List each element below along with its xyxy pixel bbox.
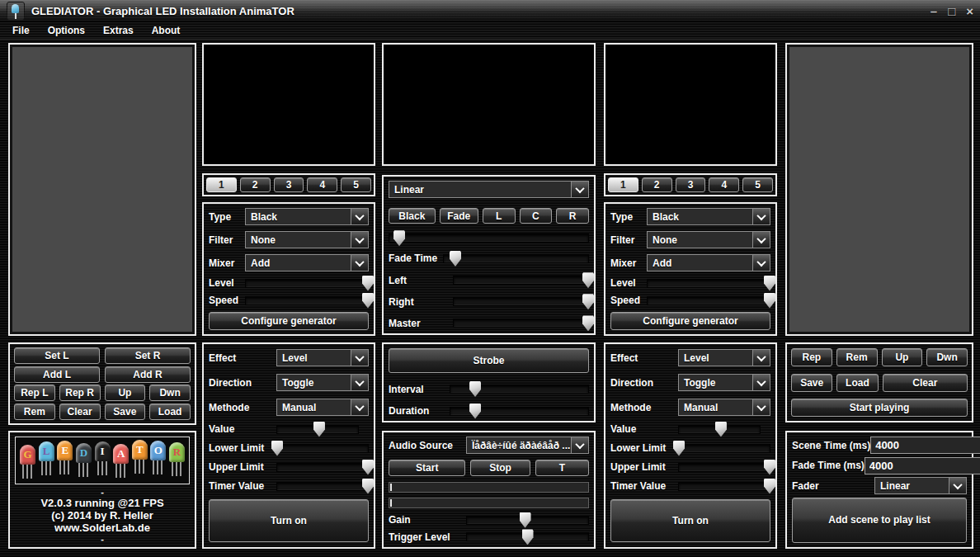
left-methode-dropdown[interactable]: Manual [276, 399, 369, 416]
clear-button[interactable]: Clear [59, 404, 101, 420]
right-type-dropdown[interactable]: Black [647, 208, 770, 225]
right-master-slider[interactable] [453, 297, 589, 306]
menu-extras[interactable]: Extras [94, 23, 143, 38]
strobe-button[interactable]: Strobe [389, 348, 589, 373]
right-tab-4[interactable]: 4 [709, 177, 739, 192]
slider-thumb[interactable] [362, 293, 374, 309]
right-mixer-dropdown[interactable]: Add [647, 254, 770, 271]
right-timer-value-slider[interactable] [678, 482, 770, 491]
left-effect-dropdown[interactable]: Level [276, 349, 369, 366]
playlist-rep-button[interactable]: Rep [791, 348, 832, 366]
playlist-up-button[interactable]: Up [882, 348, 923, 366]
slider-thumb[interactable] [522, 529, 534, 545]
left-upper-limit-slider[interactable] [276, 463, 369, 472]
duration-slider[interactable] [450, 407, 589, 416]
slider-thumb[interactable] [469, 381, 481, 397]
right-level-slider[interactable] [647, 279, 770, 288]
add-scene-button[interactable]: Add scene to play list [792, 498, 967, 543]
slider-thumb[interactable] [764, 479, 775, 494]
chevron-down-icon[interactable] [752, 232, 770, 248]
right-configure-generator-button[interactable]: Configure generator [610, 312, 770, 330]
slider-thumb[interactable] [362, 460, 374, 475]
left-mixer-dropdown[interactable]: Add [245, 254, 369, 271]
playlist-rem-button[interactable]: Rem [836, 348, 878, 366]
fade-button[interactable]: Fade [440, 208, 478, 224]
left-timer-value-slider[interactable] [276, 482, 369, 491]
right-methode-dropdown[interactable]: Manual [678, 399, 770, 416]
left-type-dropdown[interactable]: Black [245, 208, 369, 225]
rep-r-button[interactable]: Rep R [59, 385, 101, 401]
fader-curve-dropdown[interactable]: Linear [389, 181, 589, 198]
maximize-icon[interactable]: □ [948, 5, 955, 17]
right-value-slider[interactable] [678, 425, 761, 434]
left-tab-3[interactable]: 3 [274, 177, 304, 192]
slider-thumb[interactable] [582, 315, 594, 331]
fader-dropdown[interactable]: Linear [874, 477, 967, 494]
master-slider[interactable] [453, 319, 589, 328]
right-tab-1[interactable]: 1 [608, 177, 638, 192]
slider-thumb[interactable] [520, 512, 531, 528]
slider-thumb[interactable] [764, 293, 775, 309]
save-button[interactable]: Save [105, 404, 146, 420]
minimize-icon[interactable]: – [931, 5, 937, 17]
right-tab-2[interactable]: 2 [642, 177, 672, 192]
chevron-down-icon[interactable] [571, 437, 588, 453]
slider-thumb[interactable] [362, 479, 374, 494]
right-lower-limit-slider[interactable] [678, 444, 770, 453]
scene-time-input[interactable] [870, 437, 980, 454]
left-value-slider[interactable] [276, 425, 359, 434]
right-turn-on-button[interactable]: Turn on [610, 499, 770, 542]
left-tab-5[interactable]: 5 [341, 177, 371, 192]
up-button[interactable]: Up [105, 385, 146, 401]
fade-left-button[interactable]: L [483, 208, 516, 224]
trigger-level-slider[interactable] [466, 532, 589, 541]
right-tab-3[interactable]: 3 [676, 177, 706, 192]
fade-center-button[interactable]: C [520, 208, 553, 224]
slider-thumb[interactable] [469, 404, 481, 419]
crossfade-slider[interactable] [389, 234, 589, 243]
slider-thumb[interactable] [582, 294, 594, 309]
left-tab-1[interactable]: 1 [206, 177, 237, 192]
add-r-button[interactable]: Add R [105, 366, 191, 383]
fade-time-input[interactable] [865, 457, 980, 474]
chevron-down-icon[interactable] [351, 375, 368, 390]
playlist-save-button[interactable]: Save [791, 374, 832, 392]
left-tab-4[interactable]: 4 [307, 177, 337, 192]
right-tab-5[interactable]: 5 [742, 177, 773, 192]
chevron-down-icon[interactable] [351, 232, 368, 248]
slider-thumb[interactable] [764, 460, 775, 475]
menu-file[interactable]: File [3, 23, 39, 38]
playlist-load-button[interactable]: Load [836, 374, 878, 392]
fade-right-button[interactable]: R [556, 208, 589, 224]
chevron-down-icon[interactable] [752, 209, 770, 224]
slider-thumb[interactable] [582, 272, 594, 288]
chevron-down-icon[interactable] [351, 209, 368, 224]
audio-source-dropdown[interactable]: Ïåðâè÷íûé äðàéâåð ... [466, 437, 589, 454]
right-upper-limit-slider[interactable] [678, 463, 770, 472]
chevron-down-icon[interactable] [949, 478, 966, 493]
left-configure-generator-button[interactable]: Configure generator [209, 312, 369, 330]
slider-thumb[interactable] [362, 276, 374, 291]
left-speed-slider[interactable] [245, 296, 369, 305]
fade-time-slider[interactable] [443, 254, 589, 263]
left-turn-on-button[interactable]: Turn on [209, 499, 369, 542]
chevron-down-icon[interactable] [752, 399, 770, 415]
audio-trigger-button[interactable]: T [535, 460, 589, 476]
right-effect-dropdown[interactable]: Level [678, 349, 770, 366]
start-playing-button[interactable]: Start playing [791, 399, 968, 417]
slider-thumb[interactable] [764, 276, 775, 291]
playlist-clear-button[interactable]: Clear [883, 374, 968, 392]
chevron-down-icon[interactable] [752, 350, 770, 366]
gain-slider[interactable] [466, 516, 589, 525]
left-direction-dropdown[interactable]: Toggle [276, 374, 369, 391]
left-master-slider[interactable] [453, 276, 589, 285]
playlist-dwn-button[interactable]: Dwn [926, 348, 968, 366]
slider-thumb[interactable] [313, 422, 325, 437]
left-level-slider[interactable] [245, 279, 369, 288]
chevron-down-icon[interactable] [351, 350, 368, 366]
chevron-down-icon[interactable] [571, 182, 588, 197]
audio-stop-button[interactable]: Stop [470, 460, 530, 476]
chevron-down-icon[interactable] [752, 255, 770, 271]
rem-button[interactable]: Rem [14, 404, 55, 420]
chevron-down-icon[interactable] [351, 255, 368, 271]
